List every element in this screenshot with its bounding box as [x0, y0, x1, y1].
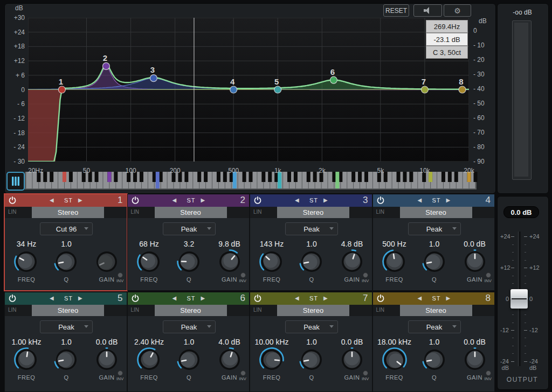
band-4-freq-knob[interactable] — [382, 249, 408, 275]
band-4-channel-tab[interactable]: Stereo — [400, 207, 472, 218]
band-7-channel-tab[interactable]: Stereo — [277, 305, 349, 316]
band-2-freq-knob[interactable] — [136, 249, 162, 275]
band-8-gain-knob[interactable] — [462, 347, 488, 373]
band-4-prev-channel[interactable]: ◀ — [418, 197, 422, 203]
band-6-point[interactable] — [330, 76, 337, 83]
band-5-prev-channel[interactable]: ◀ — [50, 295, 54, 301]
band-7-point[interactable] — [421, 86, 428, 93]
band-1-freq-knob[interactable] — [13, 249, 39, 275]
band-6-prev-channel[interactable]: ◀ — [172, 295, 177, 301]
fader-scale-label-left: +12 — [500, 264, 509, 271]
band-2-invert-led[interactable] — [240, 272, 246, 278]
monitor-button[interactable] — [413, 4, 442, 17]
band-8-next-channel[interactable]: ▶ — [446, 295, 451, 301]
band-3-gain-knob[interactable] — [339, 249, 365, 275]
band-6-power-button[interactable] — [132, 295, 139, 302]
band-1-channel-tab[interactable]: Stereo — [32, 207, 104, 218]
band-6-next-channel[interactable]: ▶ — [201, 295, 205, 301]
band-5-next-channel[interactable]: ▶ — [78, 295, 82, 301]
band-8-freq-knob[interactable] — [382, 347, 408, 373]
reset-button[interactable]: RESET — [383, 4, 409, 17]
eq-graph[interactable]: 12345678 — [28, 18, 469, 162]
band-6-gain-knob[interactable] — [217, 347, 243, 373]
band-2-next-channel[interactable]: ▶ — [201, 197, 205, 203]
band-1-gain-knob[interactable] — [94, 249, 120, 275]
band-7-power-button[interactable] — [254, 295, 261, 302]
band-6-invert-led[interactable] — [240, 370, 246, 376]
band-4-filter-type-select[interactable]: Peak — [408, 222, 461, 235]
band-3-power-button[interactable] — [254, 197, 261, 204]
band-5-filter-type-select[interactable]: Peak — [40, 320, 93, 333]
band-6-channel-tab[interactable]: Stereo — [155, 305, 227, 316]
band-5-q-knob[interactable] — [53, 347, 79, 373]
band-4-next-channel[interactable]: ▶ — [446, 197, 451, 203]
fader-tick — [511, 361, 514, 362]
band-4-power-button[interactable] — [377, 197, 384, 204]
band-5-lin-tab[interactable]: LIN — [8, 307, 17, 313]
band-6-filter-type-select[interactable]: Peak — [163, 320, 216, 333]
band-7-filter-type-select[interactable]: Peak — [285, 320, 338, 333]
band-8-invert-led[interactable] — [486, 370, 491, 376]
band-7-freq-knob[interactable] — [259, 347, 285, 373]
band-3-next-channel[interactable]: ▶ — [323, 197, 328, 203]
band-3-invert-led[interactable] — [363, 272, 368, 278]
band-4-invert-led[interactable] — [486, 272, 491, 278]
band-8-prev-channel[interactable]: ◀ — [418, 295, 422, 301]
band-2-channel-tab[interactable]: Stereo — [155, 207, 227, 218]
band-4-q-knob[interactable] — [422, 249, 447, 275]
band-7-q-knob[interactable] — [299, 347, 325, 373]
band-2-prev-channel[interactable]: ◀ — [172, 197, 177, 203]
band-5-point[interactable] — [274, 86, 281, 93]
band-1-point[interactable] — [58, 86, 65, 93]
band-3-prev-channel[interactable]: ◀ — [295, 197, 299, 203]
band-2-filter-type-select[interactable]: Peak — [163, 222, 216, 235]
band-3-lin-tab[interactable]: LIN — [253, 209, 262, 215]
band-3-channel-tab[interactable]: Stereo — [277, 207, 349, 218]
band-4-lin-tab[interactable]: LIN — [376, 209, 385, 215]
band-5-gain-knob[interactable] — [94, 347, 120, 373]
band-7-next-channel[interactable]: ▶ — [323, 295, 328, 301]
fader-minor-tick — [525, 260, 526, 261]
band-1-q-knob[interactable] — [53, 249, 79, 275]
gain-scale-tick: 0 — [6, 86, 25, 94]
band-3-freq-knob[interactable] — [259, 249, 285, 275]
band-1-prev-channel[interactable]: ◀ — [50, 197, 54, 203]
band-4-gain-knob[interactable] — [462, 249, 488, 275]
band-7-lin-tab[interactable]: LIN — [253, 307, 262, 313]
band-3-point[interactable] — [150, 75, 157, 82]
band-5-power-button[interactable] — [9, 295, 16, 302]
band-1-next-channel[interactable]: ▶ — [78, 197, 82, 203]
band-4-q-value: 1.0 — [413, 240, 456, 248]
band-2-point[interactable] — [102, 62, 109, 69]
band-5-invert-led[interactable] — [118, 370, 123, 376]
band-7-gain-knob[interactable] — [339, 347, 365, 373]
band-8-power-button[interactable] — [377, 295, 384, 302]
level-scale-unit: dB — [479, 17, 487, 25]
band-2-lin-tab[interactable]: LIN — [131, 209, 140, 215]
band-6-q-knob[interactable] — [176, 347, 202, 373]
band-2-power-button[interactable] — [132, 197, 139, 204]
band-3-q-knob[interactable] — [299, 249, 325, 275]
band-7-prev-channel[interactable]: ◀ — [295, 295, 299, 301]
fader-handle[interactable] — [510, 289, 528, 309]
band-8-q-knob[interactable] — [422, 347, 447, 373]
gain-scale-tick: +30 — [6, 14, 25, 22]
band-1-invert-led[interactable] — [118, 272, 123, 278]
band-1-lin-tab[interactable]: LIN — [8, 209, 17, 215]
band-5-channel-tab[interactable]: Stereo — [32, 305, 104, 316]
band-8-point[interactable] — [459, 86, 466, 93]
band-4-point[interactable] — [230, 86, 237, 93]
band-3-filter-type-select[interactable]: Peak — [285, 222, 338, 235]
band-8-filter-type-select[interactable]: Peak — [408, 320, 461, 333]
band-7-invert-led[interactable] — [363, 370, 368, 376]
band-2-gain-knob[interactable] — [217, 249, 243, 275]
band-6-lin-tab[interactable]: LIN — [131, 307, 140, 313]
band-2-q-knob[interactable] — [176, 249, 202, 275]
settings-button[interactable]: ⚙ — [444, 4, 471, 17]
band-5-freq-knob[interactable] — [13, 347, 39, 373]
band-6-freq-knob[interactable] — [136, 347, 162, 373]
band-8-channel-tab[interactable]: Stereo — [400, 305, 472, 316]
band-8-lin-tab[interactable]: LIN — [376, 307, 385, 313]
band-1-filter-type-select[interactable]: Cut 96 — [40, 222, 93, 235]
band-1-power-button[interactable] — [9, 197, 16, 204]
